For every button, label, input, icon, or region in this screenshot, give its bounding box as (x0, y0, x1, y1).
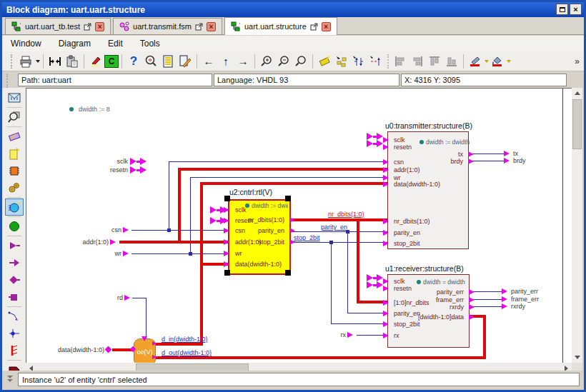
scroll-up-icon[interactable] (575, 91, 580, 95)
route-bus-button[interactable] (367, 53, 384, 70)
selection-handle[interactable] (224, 196, 230, 201)
tab-close-icon[interactable]: × (322, 22, 331, 31)
align-right-button[interactable] (409, 53, 426, 70)
vertical-scrollbar[interactable] (572, 88, 582, 363)
selection-handle[interactable] (224, 270, 230, 276)
report-button[interactable] (159, 53, 177, 70)
edit-document-button[interactable] (177, 53, 194, 70)
tab-uart-uart-structure[interactable]: uart.uart.structure × (224, 17, 337, 35)
navigate-up-button[interactable]: ↑ (217, 53, 234, 70)
wire-rd-down[interactable] (146, 298, 146, 338)
zoom-in-button[interactable] (258, 53, 275, 70)
generate-button[interactable] (316, 53, 333, 70)
wire-wr-to-u0[interactable] (190, 177, 387, 178)
add-input-port-button[interactable] (5, 237, 24, 254)
bus-nr-dbits-branch[interactable] (357, 218, 359, 303)
component-browser-button[interactable]: C (104, 55, 119, 68)
bus-addr-branch[interactable] (178, 168, 181, 243)
wire-csn-to-u0[interactable] (169, 161, 387, 162)
tab-close-icon[interactable]: × (207, 22, 216, 31)
instance-u1-receiver[interactable]: dwidth = dwidth sclk resetn [1:0]nr_dbit… (387, 274, 470, 348)
add-bus-ripper-button[interactable] (5, 342, 24, 359)
add-junction-button[interactable] (5, 325, 24, 342)
navigate-back-button[interactable]: ← (200, 53, 217, 70)
bus-addr-to-u0[interactable] (178, 168, 387, 171)
close-button[interactable]: × (570, 4, 582, 15)
toolbar-overflow-button[interactable]: » (575, 56, 580, 66)
statusbar-expand-button[interactable] (7, 376, 13, 382)
add-block-button[interactable] (5, 145, 24, 162)
selection-handle[interactable] (285, 270, 291, 276)
add-state-machine-button[interactable] (5, 198, 24, 216)
wire-parity-en-to-u1[interactable] (347, 313, 387, 313)
bus-data-to-u0[interactable] (200, 182, 387, 185)
bus-d-in[interactable] (156, 343, 203, 346)
fill-color-button[interactable] (489, 53, 506, 70)
bus-addr[interactable] (119, 241, 228, 243)
menu-diagram[interactable]: Diagram (50, 36, 99, 51)
wire-tx[interactable] (469, 154, 504, 154)
align-bottom-button[interactable] (443, 53, 460, 70)
add-generate-button[interactable] (5, 179, 24, 196)
diagram-canvas[interactable]: dwidth := 8 (26, 88, 572, 363)
wire-csn-branch[interactable] (169, 161, 169, 230)
inspect-button[interactable] (5, 109, 24, 126)
add-wire-button[interactable] (5, 308, 24, 325)
tab-uart-transmit-fsm[interactable]: uart.transmit.fsm × (113, 18, 222, 34)
help-button[interactable]: ? (125, 53, 142, 70)
menu-edit[interactable]: Edit (99, 36, 131, 51)
paste-special-button[interactable] (64, 53, 81, 70)
fill-color-dropdown[interactable] (507, 60, 511, 63)
bus-nr-dbits[interactable] (291, 218, 387, 221)
zoom-full-button[interactable] (292, 53, 309, 70)
menu-window[interactable]: Window (2, 36, 50, 51)
tab-uart-uart-tb-test[interactable]: uart.uart_tb.test × (5, 18, 111, 34)
wire-stop-2bit-branch[interactable] (331, 242, 332, 323)
net-label-stop-2bit[interactable]: stop_2bit (294, 234, 320, 241)
line-color-button[interactable] (467, 53, 484, 70)
scroll-down-icon[interactable] (575, 356, 580, 359)
route-signal-button[interactable] (350, 53, 367, 70)
popout-icon[interactable] (195, 23, 203, 31)
add-inout-port-button[interactable] (5, 271, 24, 288)
popout-icon[interactable] (310, 23, 318, 31)
selection-handle[interactable] (285, 196, 291, 201)
add-output-port-button[interactable] (5, 254, 24, 271)
wire-wr[interactable] (131, 253, 228, 254)
add-buffer-port-button[interactable] (5, 288, 24, 306)
find-button[interactable] (142, 53, 159, 70)
navigate-forward-button[interactable]: → (234, 53, 252, 70)
net-label-nr-dbits[interactable]: nr_dbits(1:0) (328, 211, 364, 218)
infobar-grip[interactable] (6, 74, 9, 88)
add-embedded-block-button[interactable] (5, 162, 24, 179)
highlight-pen-button[interactable] (87, 53, 104, 70)
maximize-button[interactable] (556, 4, 568, 15)
open-diagram-button[interactable] (5, 89, 24, 106)
instance-u0-transmitter[interactable]: dwidth := dwidth sclk resetn csn addr(1:… (387, 131, 469, 249)
align-left-button[interactable] (392, 53, 409, 70)
place-blocks-button[interactable] (333, 53, 350, 70)
instance-u2-cntrl[interactable]: dwidth := dwidth sclk resetn csn addr(1:… (228, 199, 291, 275)
tab-close-icon[interactable]: × (95, 22, 104, 31)
net-label-d-out[interactable]: d_out(dwidth-1:0) (162, 349, 212, 356)
wire-stop-2bit-to-u1[interactable] (331, 323, 387, 324)
add-component-button[interactable] (5, 128, 24, 145)
wire-rd[interactable] (132, 298, 146, 298)
zoom-out-button[interactable] (275, 53, 292, 70)
wire-stop-2bit[interactable] (291, 242, 387, 243)
toolbar-grip[interactable] (11, 54, 14, 69)
popout-icon[interactable] (84, 23, 91, 31)
print-button[interactable] (18, 53, 35, 70)
bus-d-out-up[interactable] (483, 315, 486, 359)
net-label-d-in[interactable]: d_in(dwidth-1:0) (162, 336, 208, 343)
menu-tools[interactable]: Tools (131, 36, 169, 51)
net-label-parity-en[interactable]: parity_en (321, 223, 347, 231)
bus-d-out[interactable] (156, 356, 486, 359)
wire-parity-en[interactable] (291, 231, 387, 232)
vertical-scroll-thumb[interactable] (572, 99, 582, 149)
wire-brdy[interactable] (469, 161, 504, 161)
fit-window-button[interactable] (46, 53, 64, 70)
add-process-button[interactable] (5, 218, 24, 235)
wire-parity-en-branch[interactable] (347, 231, 348, 313)
print-dropdown[interactable] (36, 60, 40, 63)
